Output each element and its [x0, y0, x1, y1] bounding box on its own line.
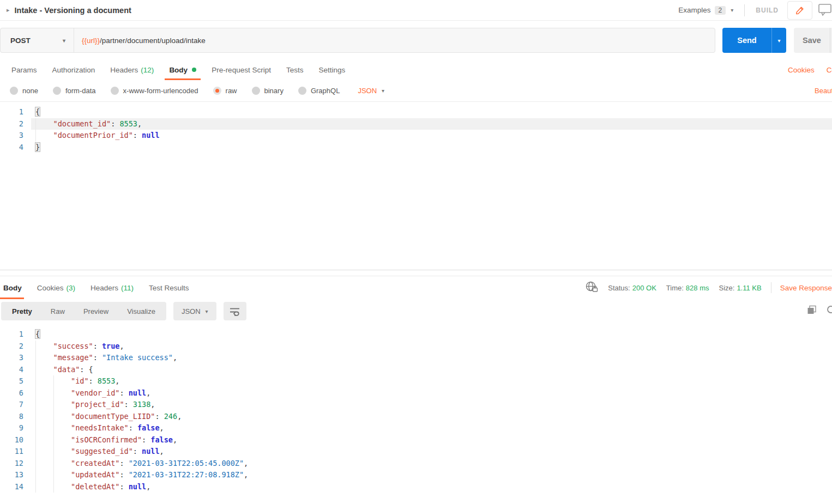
body-mode-label: binary: [264, 87, 284, 95]
tab-params[interactable]: Params: [4, 59, 45, 80]
response-tab-test-results[interactable]: Test Results: [141, 276, 197, 299]
pane-splitter[interactable]: [0, 270, 832, 276]
send-button[interactable]: Send: [722, 28, 771, 53]
indent-guide: [35, 446, 36, 458]
stat-label: Size:: [719, 284, 734, 292]
body-mode-none[interactable]: none: [10, 87, 38, 95]
code-line[interactable]: 7 "project_id": 3138,: [0, 399, 832, 411]
code-line[interactable]: 12 "createdAt": "2021-03-31T22:05:45.000…: [0, 458, 832, 470]
request-tabs: ParamsAuthorizationHeaders(12)BodyPre-re…: [0, 59, 832, 80]
code-line[interactable]: 8 "documentType_LIID": 246,: [0, 411, 832, 423]
code-line[interactable]: 1{: [0, 106, 832, 118]
code-line[interactable]: 13 "updatedAt": "2021-03-31T22:27:08.918…: [0, 469, 832, 481]
indent-guide: [35, 434, 36, 446]
view-tab-preview[interactable]: Preview: [74, 307, 118, 315]
response-body-editor[interactable]: 1{2 "success": true,3 "message": "Intake…: [0, 324, 832, 494]
line-number: 3: [0, 352, 31, 364]
response-stat-status: Status:200 OK: [608, 284, 656, 292]
line-content: "updatedAt": "2021-03-31T22:27:08.918Z",: [31, 469, 832, 481]
view-tab-raw[interactable]: Raw: [41, 307, 74, 315]
view-tab-visualize[interactable]: Visualize: [118, 307, 165, 315]
divider: [771, 282, 771, 293]
code-line[interactable]: 9 "needsIntake": false,: [0, 422, 832, 434]
save-response-link[interactable]: Save Response: [780, 284, 832, 292]
tab-pre-request-script[interactable]: Pre-request Script: [204, 59, 279, 80]
code-line[interactable]: 1{: [0, 329, 832, 341]
line-number: 3: [0, 130, 31, 142]
code-line[interactable]: 6 "vendor_id": null,: [0, 387, 832, 399]
code-line[interactable]: 4}: [0, 142, 832, 154]
request-header: ▸ Intake - Versioning a document Example…: [0, 0, 832, 21]
beautify-link[interactable]: Beautify: [815, 87, 832, 95]
body-mode-form-data[interactable]: form-data: [53, 87, 96, 95]
examples-dropdown[interactable]: Examples: [678, 6, 710, 14]
line-number: 2: [0, 341, 31, 353]
code-line[interactable]: 2 "success": true,: [0, 341, 832, 353]
view-tab-pretty[interactable]: Pretty: [3, 307, 41, 315]
tab-body[interactable]: Body: [161, 59, 204, 80]
response-tab-cookies[interactable]: Cookies(3): [29, 276, 83, 299]
request-language-select[interactable]: JSON: [358, 87, 377, 95]
indent-guide: [53, 387, 54, 399]
request-body-editor[interactable]: 1{2 "document_id": 8553,3 "documentPrior…: [0, 102, 832, 270]
response-stat-size: Size:1.11 KB: [719, 284, 761, 292]
chevron-down-icon: ▾: [206, 308, 208, 314]
comment-icon[interactable]: [818, 2, 832, 19]
tab-label: Headers: [91, 284, 118, 292]
tab-label: Tests: [286, 66, 304, 74]
response-tab-body[interactable]: Body: [0, 276, 29, 299]
code-line[interactable]: 3 "documentPrior_id": null: [0, 130, 832, 142]
code-line[interactable]: 11 "suggested_id": null,: [0, 446, 832, 458]
edit-button[interactable]: [787, 1, 812, 20]
radio-icon: [10, 87, 18, 95]
search-icon: [827, 305, 832, 315]
wrap-text-icon: [230, 307, 240, 316]
pencil-icon: [795, 5, 805, 15]
indent-guide: [53, 411, 54, 423]
send-options-caret[interactable]: ▾: [771, 28, 786, 53]
save-button[interactable]: Save: [794, 28, 830, 53]
radio-icon: [111, 87, 119, 95]
code-line[interactable]: 4 "data": {: [0, 364, 832, 376]
indent-guide: [35, 375, 36, 387]
url-input[interactable]: {{url}}/partner/document/upload/intake: [74, 28, 206, 52]
cookies-link[interactable]: Cookies: [788, 66, 815, 74]
body-mode-raw[interactable]: raw: [213, 87, 237, 95]
body-mode-GraphQL[interactable]: GraphQL: [298, 87, 340, 95]
line-number: 10: [0, 434, 31, 446]
tab-label: Settings: [318, 66, 345, 74]
body-mode-label: form-data: [65, 87, 96, 95]
tab-settings[interactable]: Settings: [311, 59, 353, 80]
indent-guide: [35, 469, 36, 481]
copy-button[interactable]: [807, 305, 817, 317]
code-link[interactable]: Code: [827, 66, 832, 74]
method-select[interactable]: POST ▾: [1, 28, 74, 52]
tab-authorization[interactable]: Authorization: [45, 59, 103, 80]
line-content: "documentType_LIID": 246,: [31, 411, 832, 423]
wrap-text-button[interactable]: [224, 302, 246, 320]
search-button[interactable]: [827, 305, 832, 318]
code-line[interactable]: 10 "isOCRConfirmed": false,: [0, 434, 832, 446]
chevron-down-icon[interactable]: ▾: [382, 88, 384, 94]
body-mode-x-www-form-urlencoded[interactable]: x-www-form-urlencoded: [111, 87, 198, 95]
collapse-caret-icon[interactable]: ▸: [7, 7, 10, 14]
body-mode-binary[interactable]: binary: [252, 87, 284, 95]
code-line[interactable]: 3 "message": "Intake success",: [0, 352, 832, 364]
tab-tests[interactable]: Tests: [279, 59, 311, 80]
indent-guide: [53, 481, 54, 493]
indent-guide: [35, 422, 36, 434]
line-number: 7: [0, 399, 31, 411]
line-number: 5: [0, 375, 31, 387]
code-line[interactable]: 14 "deletedAt": null,: [0, 481, 832, 493]
code-line[interactable]: 5 "id": 8553,: [0, 375, 832, 387]
network-globe-icon[interactable]: [586, 281, 598, 294]
chevron-down-icon[interactable]: ▾: [731, 7, 733, 13]
response-language-select[interactable]: JSON ▾: [173, 302, 216, 320]
response-tab-headers[interactable]: Headers(11): [83, 276, 141, 299]
save-options-caret[interactable]: ▾: [830, 28, 832, 53]
code-line[interactable]: 2 "document_id": 8553,: [0, 118, 832, 130]
tab-label: Headers: [110, 66, 138, 74]
tab-headers[interactable]: Headers(12): [103, 59, 161, 80]
stat-value: 200 OK: [632, 284, 656, 292]
line-number: 1: [0, 329, 31, 341]
